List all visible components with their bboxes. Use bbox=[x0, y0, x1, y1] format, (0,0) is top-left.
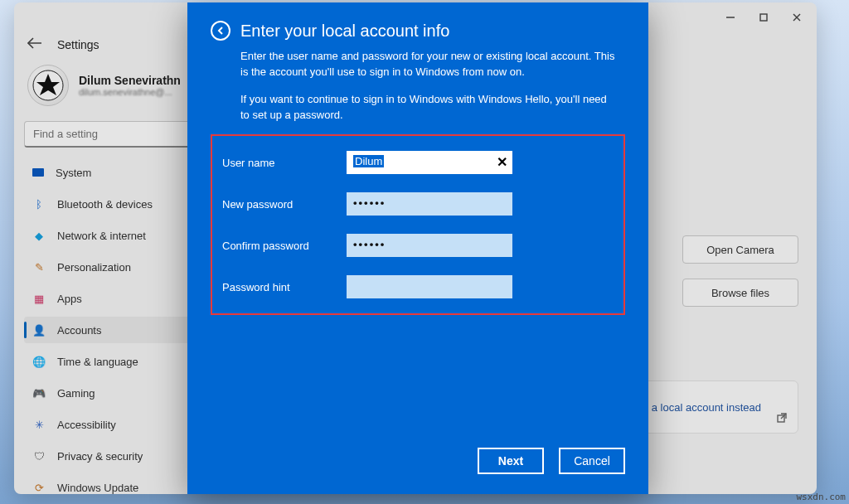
confirm-label: Confirm password bbox=[222, 240, 328, 252]
confirm-field-wrap: •••••• bbox=[347, 234, 512, 257]
newpassword-field-wrap: •••••• bbox=[347, 192, 512, 216]
hint-field-wrap bbox=[347, 275, 512, 298]
button-label: Next bbox=[498, 454, 523, 468]
modal-paragraph-1: Enter the user name and password for you… bbox=[240, 49, 617, 80]
clear-icon[interactable]: ✕ bbox=[497, 154, 507, 170]
modal-back-button[interactable] bbox=[211, 21, 230, 41]
local-account-modal: Enter your local account info Enter the … bbox=[187, 2, 648, 494]
modal-title: Enter your local account info bbox=[240, 22, 449, 41]
form-highlight: User name Dilum ✕ New password •••••• Co… bbox=[211, 134, 625, 315]
confirm-input[interactable] bbox=[347, 234, 512, 257]
username-label: User name bbox=[222, 157, 328, 169]
next-button[interactable]: Next bbox=[478, 448, 544, 474]
cancel-button[interactable]: Cancel bbox=[559, 448, 625, 474]
hint-input[interactable] bbox=[347, 275, 512, 298]
hint-label: Password hint bbox=[222, 281, 328, 293]
username-input[interactable] bbox=[347, 151, 512, 174]
newpassword-input[interactable] bbox=[347, 192, 512, 216]
watermark: wsxdn.com bbox=[796, 492, 846, 502]
newpassword-label: New password bbox=[222, 198, 328, 211]
modal-paragraph-2: If you want to continue to sign in to Wi… bbox=[240, 92, 617, 124]
username-field-wrap: Dilum ✕ bbox=[347, 151, 512, 174]
button-label: Cancel bbox=[574, 454, 610, 468]
